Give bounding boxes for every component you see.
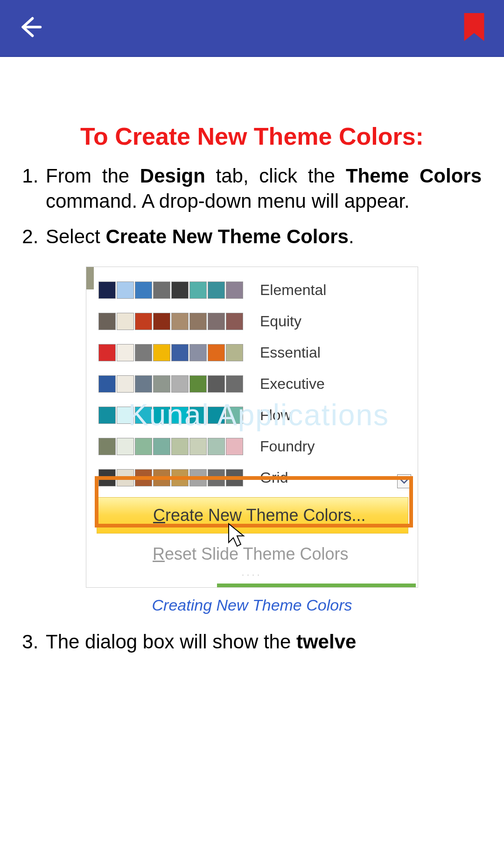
color-swatch bbox=[171, 281, 189, 299]
color-swatch bbox=[226, 407, 243, 424]
color-swatch bbox=[208, 407, 225, 424]
color-swatch bbox=[208, 438, 225, 455]
reset-theme-colors-button[interactable]: Reset Slide Theme Colors bbox=[97, 540, 407, 568]
highlight-box bbox=[95, 476, 413, 527]
color-swatch bbox=[189, 375, 207, 393]
step-2: Select Create New Theme Colors. bbox=[44, 224, 482, 249]
color-swatch bbox=[189, 407, 207, 424]
theme-label: Essential bbox=[260, 344, 321, 361]
theme-label: Foundry bbox=[260, 438, 315, 455]
dropdown-screenshot: Kunal Applications ElementalEquityEssent… bbox=[86, 267, 418, 588]
color-swatch bbox=[171, 344, 189, 361]
color-swatch bbox=[208, 281, 225, 299]
color-swatch bbox=[171, 313, 189, 330]
swatch-strip bbox=[98, 344, 243, 361]
color-swatch bbox=[135, 313, 152, 330]
theme-label: Elemental bbox=[260, 281, 326, 299]
color-swatch bbox=[117, 344, 134, 361]
color-swatch bbox=[98, 281, 116, 299]
color-swatch bbox=[135, 375, 152, 393]
swatch-strip bbox=[98, 438, 243, 455]
theme-option[interactable]: Executive bbox=[98, 368, 418, 400]
theme-option[interactable]: Elemental bbox=[98, 274, 418, 306]
swatch-strip bbox=[98, 407, 243, 424]
color-swatch bbox=[189, 344, 207, 361]
color-swatch bbox=[189, 438, 207, 455]
color-swatch bbox=[98, 438, 116, 455]
steps-list: From the Design tab, click the Theme Col… bbox=[22, 163, 482, 249]
bookmark-icon[interactable] bbox=[461, 13, 487, 43]
color-swatch bbox=[153, 313, 170, 330]
color-swatch bbox=[117, 375, 134, 393]
step-3: The dialog box will show the twelve bbox=[44, 629, 482, 654]
theme-option[interactable]: Essential bbox=[98, 337, 418, 368]
color-swatch bbox=[153, 438, 170, 455]
figure-caption: Creating New Theme Colors bbox=[152, 596, 352, 614]
color-swatch bbox=[208, 375, 225, 393]
theme-list: ElementalEquityEssentialExecutiveFlowFou… bbox=[86, 267, 418, 493]
color-swatch bbox=[135, 344, 152, 361]
color-swatch bbox=[135, 438, 152, 455]
color-swatch bbox=[117, 313, 134, 330]
figure: Kunal Applications ElementalEquityEssent… bbox=[22, 267, 482, 614]
step-1: From the Design tab, click the Theme Col… bbox=[44, 163, 482, 214]
color-swatch bbox=[189, 281, 207, 299]
theme-label: Equity bbox=[260, 313, 301, 330]
swatch-strip bbox=[98, 375, 243, 393]
back-arrow-icon[interactable] bbox=[17, 14, 43, 42]
color-swatch bbox=[171, 375, 189, 393]
section-heading: To Create New Theme Colors: bbox=[22, 122, 482, 150]
color-swatch bbox=[226, 375, 243, 393]
color-swatch bbox=[153, 344, 170, 361]
color-swatch bbox=[171, 407, 189, 424]
color-swatch bbox=[153, 407, 170, 424]
color-swatch bbox=[226, 438, 243, 455]
color-swatch bbox=[117, 438, 134, 455]
color-swatch bbox=[98, 344, 116, 361]
steps-list-cont: The dialog box will show the twelve bbox=[22, 629, 482, 654]
color-swatch bbox=[153, 281, 170, 299]
theme-option[interactable]: Foundry bbox=[98, 431, 418, 462]
article-body: To Create New Theme Colors: From the Des… bbox=[0, 57, 504, 654]
theme-option[interactable]: Equity bbox=[98, 306, 418, 337]
color-swatch bbox=[208, 313, 225, 330]
color-swatch bbox=[189, 313, 207, 330]
color-swatch bbox=[135, 281, 152, 299]
color-swatch bbox=[153, 375, 170, 393]
color-swatch bbox=[98, 407, 116, 424]
color-swatch bbox=[226, 344, 243, 361]
theme-option[interactable]: Flow bbox=[98, 400, 418, 431]
color-swatch bbox=[226, 281, 243, 299]
color-swatch bbox=[98, 375, 116, 393]
decorative-bar bbox=[217, 584, 416, 587]
theme-label: Flow bbox=[260, 407, 292, 424]
color-swatch bbox=[98, 313, 116, 330]
color-swatch bbox=[226, 313, 243, 330]
color-swatch bbox=[208, 344, 225, 361]
side-strip bbox=[86, 267, 94, 289]
swatch-strip bbox=[98, 281, 243, 299]
color-swatch bbox=[135, 407, 152, 424]
app-bar bbox=[0, 0, 504, 57]
color-swatch bbox=[117, 407, 134, 424]
theme-label: Executive bbox=[260, 375, 325, 393]
color-swatch bbox=[171, 438, 189, 455]
color-swatch bbox=[117, 281, 134, 299]
swatch-strip bbox=[98, 313, 243, 330]
resize-handle-icon[interactable]: ···· bbox=[86, 568, 418, 583]
